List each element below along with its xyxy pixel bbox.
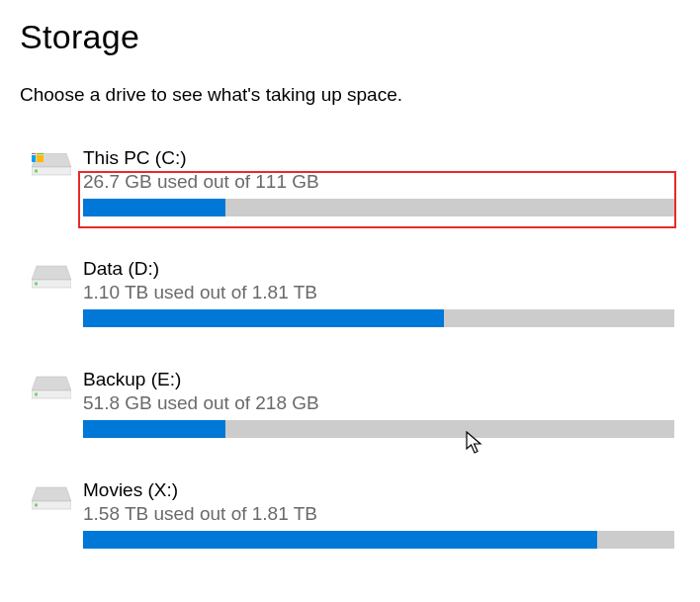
svg-marker-10 xyxy=(32,377,71,390)
drive-name: Backup (E:) xyxy=(83,369,674,390)
drive-usage-text: 1.10 TB used out of 1.81 TB xyxy=(83,282,674,303)
drive-item-x[interactable]: Movies (X:) 1.58 TB used out of 1.81 TB xyxy=(20,479,680,549)
drive-icon xyxy=(32,375,71,406)
drive-usage-bar-fill xyxy=(83,531,597,549)
svg-rect-4 xyxy=(37,153,44,154)
drive-item-c[interactable]: This PC (C:) 26.7 GB used out of 111 GB xyxy=(20,147,680,216)
drive-usage-bar-fill xyxy=(83,309,444,327)
system-drive-icon xyxy=(32,153,71,185)
drive-name: Data (D:) xyxy=(83,258,674,280)
svg-rect-9 xyxy=(35,283,38,286)
drive-usage-bar xyxy=(83,309,674,327)
page-title: Storage xyxy=(20,18,680,56)
page-subtitle: Choose a drive to see what's taking up s… xyxy=(20,84,680,106)
drive-name: Movies (X:) xyxy=(83,479,674,501)
drive-icon xyxy=(32,264,71,296)
svg-rect-15 xyxy=(35,504,38,507)
drive-usage-text: 1.58 TB used out of 1.81 TB xyxy=(83,503,674,525)
drive-usage-text: 51.8 GB used out of 218 GB xyxy=(83,392,674,414)
svg-marker-13 xyxy=(32,487,71,501)
svg-marker-7 xyxy=(32,266,71,280)
drive-icon xyxy=(32,485,71,517)
drive-item-e[interactable]: Backup (E:) 51.8 GB used out of 218 GB xyxy=(20,369,680,438)
drive-usage-bar xyxy=(83,199,674,216)
drive-usage-bar-fill xyxy=(83,199,225,216)
svg-rect-2 xyxy=(35,170,38,173)
svg-rect-5 xyxy=(32,155,36,162)
drive-usage-bar xyxy=(83,420,674,438)
drive-usage-bar-fill xyxy=(83,420,225,438)
drive-name: This PC (C:) xyxy=(83,147,674,169)
drive-usage-bar xyxy=(83,531,674,549)
svg-rect-6 xyxy=(37,155,44,162)
svg-rect-3 xyxy=(32,153,36,154)
drive-usage-text: 26.7 GB used out of 111 GB xyxy=(83,171,674,193)
svg-rect-12 xyxy=(35,393,38,396)
drive-item-d[interactable]: Data (D:) 1.10 TB used out of 1.81 TB xyxy=(20,258,680,327)
